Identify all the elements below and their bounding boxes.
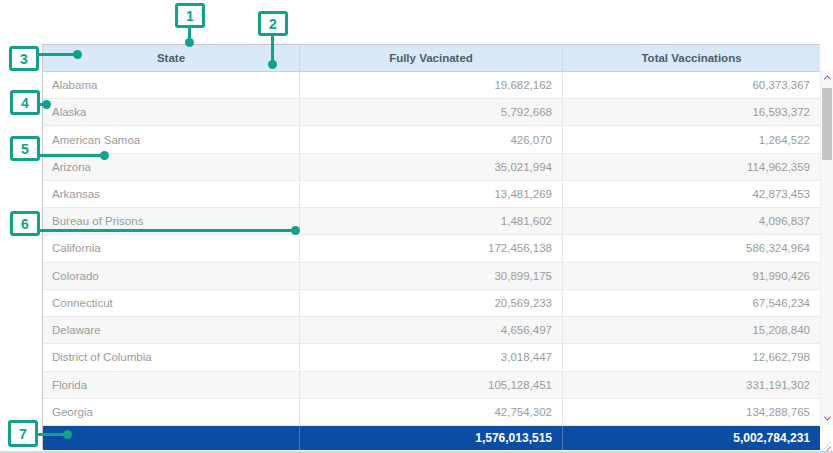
vertical-scrollbar[interactable]	[820, 70, 833, 425]
vaccination-table: State Fully Vacinated Total Vaccinations…	[42, 44, 820, 449]
cell-total-vaccinations: 42,873,453	[563, 181, 820, 207]
cell-state: District of Columbia	[43, 344, 300, 370]
cell-fully-vaccinated: 35,021,994	[300, 154, 563, 180]
cell-state: Georgia	[43, 399, 300, 425]
table-row: District of Columbia 3,018,447 12,662,79…	[43, 344, 820, 371]
table-body: Alabama 19,682,162 60,373,367 Alaska 5,7…	[43, 72, 820, 426]
callout-dot-3	[73, 50, 82, 59]
cell-total-vaccinations: 12,662,798	[563, 344, 820, 370]
cell-total-vaccinations: 331,191,302	[563, 372, 820, 398]
annotation-marker-7: 7	[8, 420, 38, 447]
table-row: Arkansas 13,481,269 42,873,453	[43, 181, 820, 208]
column-header-state[interactable]: State	[43, 45, 300, 71]
cell-state: California	[43, 235, 300, 261]
cell-fully-vaccinated: 42,754,302	[300, 399, 563, 425]
callout-dot-2	[268, 60, 277, 69]
scrollbar-up-button[interactable]	[821, 70, 833, 84]
cell-state: Alaska	[43, 99, 300, 125]
cell-state: American Samoa	[43, 126, 300, 152]
cell-total-vaccinations: 4,096,837	[563, 208, 820, 234]
table-row: Colorado 30,899,175 91,990,426	[43, 263, 820, 290]
chevron-up-icon	[824, 75, 831, 82]
totals-total-vaccinations: 5,002,784,231	[563, 426, 820, 450]
cell-state: Arizona	[43, 154, 300, 180]
cell-state: Florida	[43, 372, 300, 398]
cell-fully-vaccinated: 5,792,668	[300, 99, 563, 125]
cell-total-vaccinations: 67,546,234	[563, 290, 820, 316]
table-row: Arizona 35,021,994 114,962,359	[43, 154, 820, 181]
chevron-down-icon	[824, 413, 831, 420]
callout-dot-4	[42, 100, 51, 109]
table-row: American Samoa 426,070 1,264,522	[43, 126, 820, 153]
annotation-marker-2: 2	[258, 11, 288, 36]
cell-total-vaccinations: 16,593,372	[563, 99, 820, 125]
scrollbar-down-button[interactable]	[821, 411, 833, 425]
table-row: Alaska 5,792,668 16,593,372	[43, 99, 820, 126]
totals-row: 1,576,013,515 5,002,784,231	[43, 426, 820, 450]
cell-total-vaccinations: 134,288,765	[563, 399, 820, 425]
cell-fully-vaccinated: 13,481,269	[300, 181, 563, 207]
callout-line-6	[38, 229, 296, 232]
column-header-total-vaccinations[interactable]: Total Vaccinations	[563, 45, 820, 71]
cell-fully-vaccinated: 426,070	[300, 126, 563, 152]
column-header-fully-vaccinated[interactable]: Fully Vacinated	[300, 45, 563, 71]
cell-fully-vaccinated: 172,456,138	[300, 235, 563, 261]
table-row: Alabama 19,682,162 60,373,367	[43, 72, 820, 99]
annotation-marker-4: 4	[10, 90, 40, 115]
cell-fully-vaccinated: 30,899,175	[300, 263, 563, 289]
table-row: Connecticut 20,569,233 67,546,234	[43, 290, 820, 317]
cell-total-vaccinations: 586,324,964	[563, 235, 820, 261]
cell-fully-vaccinated: 19,682,162	[300, 72, 563, 98]
annotation-marker-5: 5	[10, 136, 40, 161]
totals-state-cell	[43, 426, 300, 450]
callout-line-3	[37, 53, 78, 56]
cell-fully-vaccinated: 3,018,447	[300, 344, 563, 370]
cell-fully-vaccinated: 105,128,451	[300, 372, 563, 398]
callout-dot-6	[291, 226, 300, 235]
totals-fully-vaccinated: 1,576,013,515	[300, 426, 563, 450]
cell-state: Colorado	[43, 263, 300, 289]
table-header-row: State Fully Vacinated Total Vaccinations	[43, 45, 820, 72]
cell-state: Alabama	[43, 72, 300, 98]
table-row: California 172,456,138 586,324,964	[43, 235, 820, 262]
cell-state: Arkansas	[43, 181, 300, 207]
cell-total-vaccinations: 1,264,522	[563, 126, 820, 152]
table-row: Florida 105,128,451 331,191,302	[43, 372, 820, 399]
resize-grip-icon[interactable]	[822, 442, 831, 451]
annotation-marker-3: 3	[9, 46, 39, 71]
cell-state: Connecticut	[43, 290, 300, 316]
cell-total-vaccinations: 114,962,359	[563, 154, 820, 180]
cell-total-vaccinations: 60,373,367	[563, 72, 820, 98]
callout-dot-1	[185, 38, 194, 47]
cell-total-vaccinations: 91,990,426	[563, 263, 820, 289]
cell-total-vaccinations: 15,208,840	[563, 317, 820, 343]
scrollbar-thumb[interactable]	[822, 88, 832, 160]
cell-fully-vaccinated: 1,481,602	[300, 208, 563, 234]
callout-dot-5	[100, 151, 109, 160]
vaccination-table-screenshot: State Fully Vacinated Total Vaccinations…	[0, 0, 833, 453]
annotation-marker-1: 1	[175, 3, 205, 28]
table-row: Georgia 42,754,302 134,288,765	[43, 399, 820, 426]
table-row: Delaware 4,656,497 15,208,840	[43, 317, 820, 344]
callout-line-5	[38, 154, 105, 157]
cell-fully-vaccinated: 20,569,233	[300, 290, 563, 316]
cell-fully-vaccinated: 4,656,497	[300, 317, 563, 343]
cell-state: Delaware	[43, 317, 300, 343]
annotation-marker-6: 6	[10, 211, 40, 236]
callout-dot-7	[63, 430, 72, 439]
